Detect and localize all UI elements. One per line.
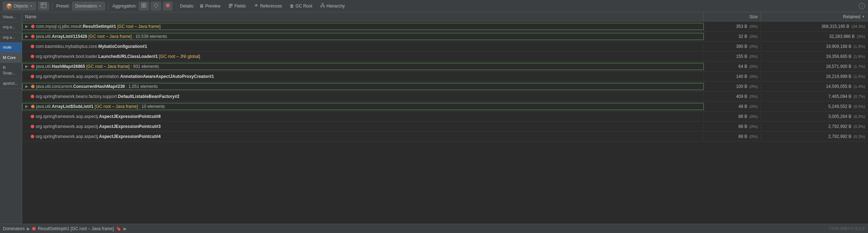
svg-marker-7 (154, 3, 158, 8)
expand-icon[interactable]: ▶ (25, 104, 30, 108)
breadcrumb-forward-icon[interactable]: ▶ (123, 226, 127, 231)
dot-icon (31, 25, 35, 28)
svg-rect-14 (321, 6, 322, 7)
expand-icon[interactable]: ▶ (25, 34, 30, 38)
objects-chevron: ▼ (30, 4, 33, 8)
sep1 (52, 3, 53, 10)
svg-rect-15 (323, 6, 325, 7)
aggregation-circle-icon-button[interactable] (163, 2, 172, 10)
table-row[interactable]: ▶ org.springframework.boot.loader.Launch… (22, 51, 868, 61)
table-row[interactable]: ▶ com.baomidou.mybatisplus.core.MybatisC… (22, 41, 868, 51)
references-icon (254, 3, 259, 9)
row-6-retained: 16,219,999 B(1.5%) (761, 73, 868, 80)
preset-value: Dominators (75, 4, 97, 9)
dot-icon (31, 135, 34, 138)
table-row[interactable]: ▶ org.springframework.aop.aspectj.Aspect… (22, 132, 868, 142)
sidebar-item-snap1[interactable]: R Snap... (0, 63, 22, 79)
row-2-size: 32 B(0%) (704, 33, 761, 40)
expand-icon: ▶ (25, 134, 29, 138)
row-3-name: ▶ com.baomidou.mybatisplus.core.MybatisC… (22, 43, 704, 50)
table-icon (41, 3, 46, 9)
expand-icon[interactable]: ▶ (25, 64, 30, 68)
table-row[interactable]: ▶ org.springframework.aop.aspectj.Aspect… (22, 122, 868, 132)
sidebar-item-mote[interactable]: mote (0, 43, 22, 53)
table-icon-button[interactable] (38, 2, 49, 10)
row-1-name: ▶ com.mysql.cj.jdbc.result.ResultSetImpl… (22, 23, 704, 30)
svg-rect-0 (41, 3, 46, 8)
table-row[interactable]: ▶ java.util.concurrent.ConcurrentHashMap… (22, 81, 868, 91)
row-6-size: 140 B(0%) (704, 73, 761, 80)
table-row[interactable]: ▶ java.util.HashMap#26865 [GC root – Jav… (22, 61, 868, 71)
aggregation-label: Aggregation: (112, 4, 137, 9)
preset-dropdown[interactable]: Dominators ▼ (72, 2, 105, 10)
row-8-size: 409 B(0%) (704, 93, 761, 100)
svg-rect-9 (229, 4, 233, 5)
objects-label: Objects (14, 4, 28, 9)
sidebar-item-orga2[interactable]: org.a... (0, 33, 22, 43)
watermark-text: CSDN @图中中文汉字 (829, 226, 865, 231)
table-row[interactable]: ▶ java.util.ArrayList#115426 [GC root – … (22, 31, 868, 41)
svg-point-8 (166, 4, 170, 7)
objects-button[interactable]: 📦 Objects ▼ (3, 2, 36, 10)
fields-label: Fields (234, 4, 246, 9)
col-name-header: Name (22, 12, 704, 21)
toolbar: 📦 Objects ▼ Preset: Dominators ▼ Aggrega… (0, 0, 868, 12)
gc-root-icon: 🗑 (290, 4, 294, 9)
row-4-retained: 19,356,665 B(1.8%) (761, 53, 868, 60)
sidebar-item-mcore[interactable]: M Core (0, 53, 22, 63)
row-10-name: ▶ org.springframework.aop.aspectj.Aspect… (22, 113, 704, 120)
expand-icon[interactable]: ▶ (25, 84, 30, 88)
dot-icon (31, 75, 34, 78)
dot-icon (31, 55, 34, 58)
svg-rect-4 (144, 3, 146, 5)
aggregation-grid-icon-button[interactable] (139, 2, 149, 10)
table-row[interactable]: ▶ java.util.ArrayList$SubList#1 [GC root… (22, 101, 868, 111)
sidebar-item-snap2[interactable]: apshot... (0, 79, 22, 89)
hierarchy-label: Hierarchy (327, 4, 345, 9)
row-5-retained: 18,571,900 B(1.7%) (761, 63, 868, 70)
sidebar-item-visual[interactable]: Visua... (0, 12, 22, 22)
table-row[interactable]: ▶ org.springframework.aop.aspectj.annota… (22, 71, 868, 81)
table-row[interactable]: ▶ org.springframework.aop.aspectj.Aspect… (22, 111, 868, 122)
table-row[interactable]: ▶ com.mysql.cj.jdbc.result.ResultSetImpl… (22, 21, 868, 31)
sidebar: Visua... org.a... org.a... mote M Core R… (0, 12, 22, 224)
expand-icon: ▶ (25, 124, 29, 128)
dot-icon (31, 125, 34, 128)
row-8-name: ▶ org.springframework.beans.factory.supp… (22, 93, 704, 100)
row-4-size: 155 B(0%) (704, 53, 761, 60)
gc-root-button[interactable]: 🗑 GC Root (287, 2, 315, 10)
svg-rect-3 (142, 3, 143, 5)
dot-icon (31, 45, 34, 48)
hierarchy-icon (320, 3, 325, 9)
preview-button[interactable]: 🖥 Preview (196, 2, 223, 10)
info-button[interactable]: i (859, 3, 865, 9)
gc-root-label: GC Root (296, 4, 312, 9)
expand-icon: ▶ (25, 94, 29, 98)
breadcrumb-sep1: ▶ (27, 226, 30, 231)
aggregation-circle-icon (166, 3, 170, 9)
dot-icon (31, 95, 34, 98)
dot-icon (31, 35, 35, 38)
references-button[interactable]: References (251, 2, 285, 10)
row-1-retained: 368,315,195 B(34.3%) (761, 23, 868, 30)
row-7-retained: 14,595,055 B(1.4%) (761, 83, 868, 90)
svg-rect-11 (229, 7, 231, 8)
row-12-size: 88 B(0%) (704, 133, 761, 140)
preset-chevron: ▼ (99, 4, 102, 8)
breadcrumb-nav-icon[interactable]: 🔖 (116, 226, 121, 231)
fields-button[interactable]: Fields (226, 2, 249, 10)
status-bar: Dominators ▶ ResultSetImpl#1 [GC root – … (0, 224, 868, 233)
row-9-retained: 5,249,552 B(0.5%) (761, 103, 868, 110)
sep3 (176, 3, 176, 10)
hierarchy-button[interactable]: Hierarchy (317, 2, 348, 10)
expand-icon: ▶ (25, 114, 29, 118)
preview-icon: 🖥 (199, 3, 204, 9)
row-2-name: ▶ java.util.ArrayList#115426 [GC root – … (22, 33, 704, 40)
aggregation-diamond-icon-button[interactable] (151, 2, 161, 10)
row-12-name: ▶ org.springframework.aop.aspectj.Aspect… (22, 133, 704, 140)
col-retained-header[interactable]: Retained ▼ (761, 12, 868, 21)
expand-icon[interactable]: ▶ (25, 24, 30, 28)
main-content: Visua... org.a... org.a... mote M Core R… (0, 12, 868, 224)
sidebar-item-orga1[interactable]: org.a... (0, 22, 22, 32)
table-row[interactable]: ▶ org.springframework.beans.factory.supp… (22, 91, 868, 101)
